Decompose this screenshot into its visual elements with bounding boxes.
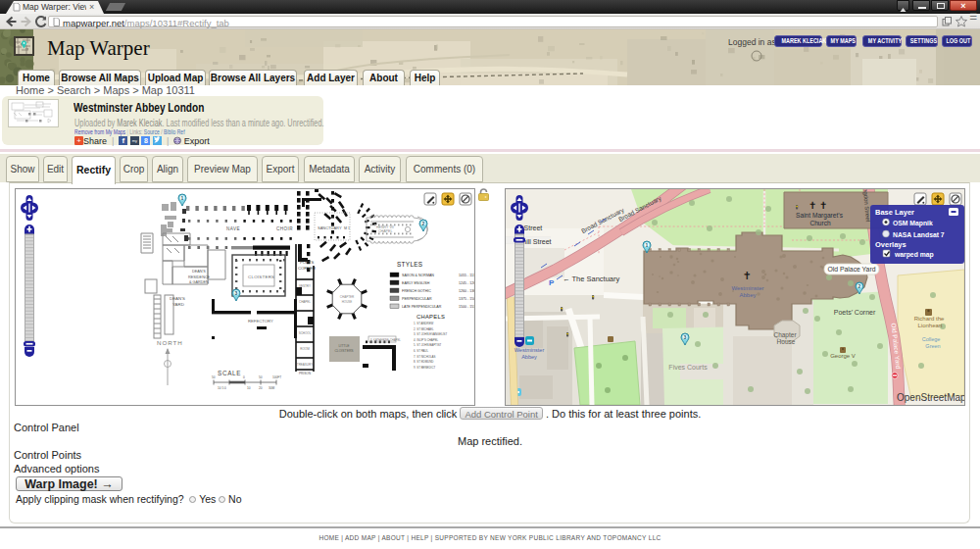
svg-text:HOUSE: HOUSE: [342, 300, 353, 304]
svg-text:HENRY VII: HENRY VII: [376, 225, 394, 229]
svg-text:PERPENDICULAR: PERPENDICULAR: [402, 297, 432, 301]
svg-text:CHAPEL: CHAPEL: [299, 300, 311, 304]
svg-text:House: House: [777, 338, 796, 345]
svg-text:RESIDENCE: RESIDENCE: [188, 275, 211, 279]
svg-text:7. ST NICHOLAS: 7. ST NICHOLAS: [414, 355, 436, 359]
svg-text:warped map: warped map: [894, 251, 934, 259]
svg-text:SAXON & NORMAN: SAXON & NORMAN: [402, 274, 434, 277]
svg-text:CLOISTERS: CLOISTERS: [248, 274, 274, 279]
svg-text:VESTRY: VESTRY: [299, 284, 311, 288]
svg-text:20: 20: [259, 386, 263, 390]
svg-text:Abbey: Abbey: [739, 292, 756, 298]
svg-text:Abbey: Abbey: [521, 354, 537, 360]
svg-text:10: 10: [247, 386, 251, 390]
svg-text:POETS: POETS: [300, 260, 314, 265]
svg-text:NAVE: NAVE: [226, 226, 240, 231]
svg-text:Saint Margaret’s: Saint Margaret’s: [796, 212, 844, 220]
svg-text:8. ST EDMUND: 8. ST EDMUND: [414, 360, 433, 364]
svg-text:50: 50: [212, 375, 216, 379]
svg-text:1: 1: [181, 195, 184, 201]
svg-text:PRISON: PRISON: [299, 372, 312, 375]
svg-text:OSM Mapnik: OSM Mapnik: [893, 220, 933, 227]
svg-text:3: 3: [684, 334, 687, 340]
svg-text:1260 - 1369: 1260 - 1369: [459, 289, 474, 293]
svg-text:CLOISTERS: CLOISTERS: [334, 349, 354, 353]
svg-text:1055 - 1130: 1055 - 1130: [459, 274, 474, 277]
svg-text:DEAN'S: DEAN'S: [192, 270, 206, 274]
svg-text:30M: 30M: [269, 386, 275, 390]
svg-text:2: 2: [422, 221, 425, 226]
svg-text:NASA Landsat 7: NASA Landsat 7: [893, 231, 945, 238]
svg-text:EARLY ENGLISH: EARLY ENGLISH: [402, 281, 430, 285]
svg-text:Fives Courts: Fives Courts: [668, 364, 708, 371]
svg-text:1245 - 1260: 1245 - 1260: [459, 281, 474, 285]
svg-text:Lionheart: Lionheart: [917, 323, 942, 328]
svg-text:P: P: [549, 278, 555, 287]
svg-text:TREASURY: TREASURY: [297, 363, 313, 367]
svg-text:2: 2: [858, 283, 861, 289]
svg-text:STYLES: STYLES: [397, 261, 422, 268]
svg-text:LATE PERPENDICULAR: LATE PERPENDICULAR: [402, 305, 442, 309]
svg-text:CHOIR: CHOIR: [276, 226, 293, 231]
svg-text:9. ST BENEDICT: 9. ST BENEDICT: [414, 366, 436, 370]
svg-text:4. ISLIP’S CHAPEL: 4. ISLIP’S CHAPEL: [414, 338, 439, 342]
svg-text:Base Layer: Base Layer: [875, 208, 914, 217]
svg-text:CHAPTER: CHAPTER: [340, 295, 355, 299]
svg-text:10 5 0: 10 5 0: [218, 386, 226, 390]
svg-text:← The Sanctuary: ← The Sanctuary: [563, 274, 619, 283]
svg-text:Westminster: Westminster: [731, 285, 763, 291]
svg-text:Green: Green: [925, 343, 940, 349]
svg-text:OpenStreetMap: OpenStreetMap: [897, 392, 964, 403]
svg-text:Overlays: Overlays: [875, 240, 906, 249]
svg-text:✝: ✝: [819, 200, 827, 211]
svg-text:REFECTORY: REFECTORY: [248, 319, 273, 324]
svg-text:DEAN'S: DEAN'S: [170, 296, 185, 301]
svg-text:CHAPEL: CHAPEL: [378, 229, 392, 233]
svg-text:5. ST JOHN BAPTIST: 5. ST JOHN BAPTIST: [414, 343, 442, 347]
svg-text:1375 - 1506: 1375 - 1506: [459, 297, 474, 301]
svg-text:SCHOOL: SCHOOL: [299, 331, 312, 335]
svg-text:SCALE: SCALE: [218, 370, 241, 376]
svg-text:CHAPELS: CHAPELS: [416, 314, 445, 320]
svg-text:Richard the: Richard the: [914, 316, 945, 322]
svg-text:Old Palace Yard: Old Palace Yard: [828, 266, 876, 273]
svg-text:1: 1: [646, 242, 649, 248]
svg-text:✝: ✝: [742, 270, 751, 281]
svg-text:ROOM: ROOM: [300, 347, 310, 351]
svg-text:YARD: YARD: [172, 302, 184, 307]
svg-text:3. ST JOHN EVANGELIST: 3. ST JOHN EVANGELIST: [414, 332, 448, 336]
svg-text:George V: George V: [830, 353, 856, 359]
svg-text:2. ST MICHAEL: 2. ST MICHAEL: [414, 327, 434, 331]
svg-text:8. KATHERINE CHAPEL: 8. KATHERINE CHAPEL: [370, 338, 401, 342]
svg-text:1. ST ANDREW: 1. ST ANDREW: [414, 322, 434, 325]
svg-text:3: 3: [235, 290, 238, 296]
svg-text:6. ST PAUL: 6. ST PAUL: [414, 349, 428, 353]
svg-text:Church: Church: [809, 220, 831, 226]
svg-text:& GARDEN: & GARDEN: [189, 280, 209, 284]
svg-text:50: 50: [259, 375, 263, 379]
svg-text:1500 - 1512: 1500 - 1512: [459, 305, 474, 309]
svg-text:M 1: M 1: [344, 226, 350, 230]
svg-text:LITTLE: LITTLE: [338, 344, 350, 348]
svg-text:100FT: 100FT: [272, 375, 281, 379]
svg-text:FRENCH GOTHIC: FRENCH GOTHIC: [402, 289, 431, 293]
svg-text:0: 0: [243, 375, 245, 379]
svg-text:NORTH: NORTH: [157, 339, 183, 346]
svg-text:SANCTUARY: SANCTUARY: [318, 225, 342, 230]
svg-text:Poets’ Corner: Poets’ Corner: [834, 309, 876, 316]
svg-text:Westminster: Westminster: [514, 347, 545, 353]
svg-text:College: College: [922, 336, 941, 342]
svg-text:✝: ✝: [808, 200, 816, 211]
